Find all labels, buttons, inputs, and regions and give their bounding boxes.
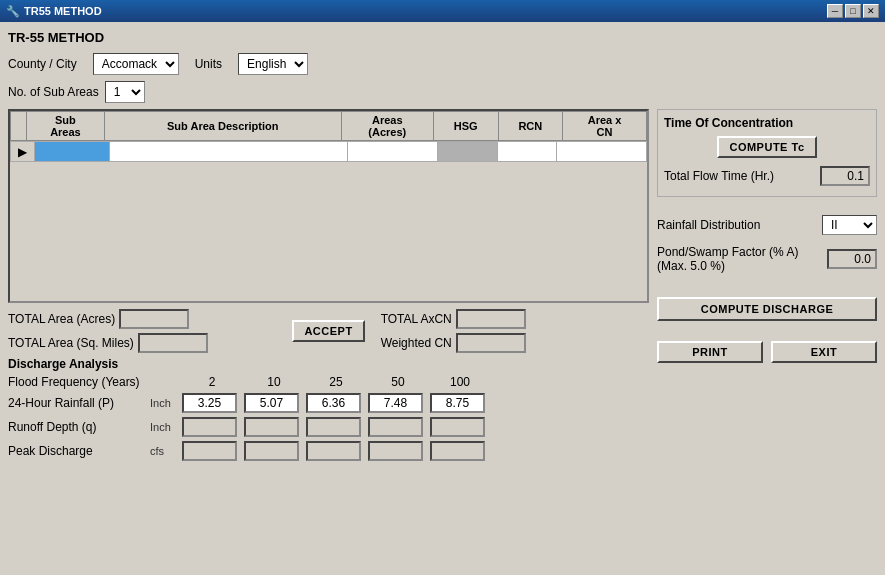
rainfall-2-input[interactable] xyxy=(182,393,237,413)
freq-25: 25 xyxy=(306,375,366,389)
no-sub-areas-select[interactable]: 1 xyxy=(105,81,145,103)
title-bar-left: 🔧 TR55 METHOD xyxy=(6,5,102,18)
total-area-acres-input[interactable] xyxy=(119,309,189,329)
peak-unit: cfs xyxy=(150,445,180,457)
spacer3 xyxy=(657,327,877,335)
data-table-container: SubAreas Sub Area Description Areas(Acre… xyxy=(8,109,649,303)
freq-2: 2 xyxy=(182,375,242,389)
weighted-cn-group: Weighted CN xyxy=(381,333,649,353)
runoff-50-input[interactable] xyxy=(368,417,423,437)
right-bottom-fields: TOTAL AxCN Weighted CN xyxy=(381,309,649,353)
col-hsg: HSG xyxy=(433,112,498,141)
runoff-2-input[interactable] xyxy=(182,417,237,437)
rainfall-distribution-row: Rainfall Distribution II xyxy=(657,215,877,235)
peak-100-input[interactable] xyxy=(430,441,485,461)
compute-discharge-group: COMPUTE DISCHARGE xyxy=(657,297,877,321)
title-bar: 🔧 TR55 METHOD ─ □ ✕ xyxy=(0,0,885,22)
runoff-row: Runoff Depth (q) Inch xyxy=(8,417,649,437)
data-table: SubAreas Sub Area Description Areas(Acre… xyxy=(10,111,647,141)
runoff-label: Runoff Depth (q) xyxy=(8,420,148,434)
rainfall-100-input[interactable] xyxy=(430,393,485,413)
runoff-10-input[interactable] xyxy=(244,417,299,437)
peak-10-input[interactable] xyxy=(244,441,299,461)
county-select[interactable]: Accomack xyxy=(93,53,179,75)
col-indicator xyxy=(11,112,27,141)
total-area-miles-input[interactable] xyxy=(138,333,208,353)
accept-button[interactable]: ACCEPT xyxy=(292,320,364,342)
units-select[interactable]: English xyxy=(238,53,308,75)
total-axcn-label: TOTAL AxCN xyxy=(381,312,452,326)
print-button[interactable]: PRINT xyxy=(657,341,763,363)
total-area-miles-label: TOTAL Area (Sq. Miles) xyxy=(8,336,134,350)
discharge-analysis-section: Discharge Analysis Flood Frequency (Year… xyxy=(8,357,649,461)
rainfall-row: 24-Hour Rainfall (P) Inch xyxy=(8,393,649,413)
close-button[interactable]: ✕ xyxy=(863,4,879,18)
col-areas: Areas(Acres) xyxy=(341,112,433,141)
flood-freq-label: Flood Frequency (Years) xyxy=(8,375,148,389)
print-exit-row: PRINT EXIT xyxy=(657,341,877,363)
table-row[interactable]: ▶ xyxy=(11,142,647,162)
peak-2-input[interactable] xyxy=(182,441,237,461)
freq-50: 50 xyxy=(368,375,428,389)
rainfall-dist-select[interactable]: II xyxy=(822,215,877,235)
maximize-button[interactable]: □ xyxy=(845,4,861,18)
minimize-button[interactable]: ─ xyxy=(827,4,843,18)
rainfall-25-input[interactable] xyxy=(306,393,361,413)
peak-25-input[interactable] xyxy=(306,441,361,461)
right-panel: Time Of Concentration COMPUTE Tc Total F… xyxy=(657,109,877,461)
total-flow-input[interactable] xyxy=(820,166,870,186)
runoff-25-input[interactable] xyxy=(306,417,361,437)
flood-freq-row: Flood Frequency (Years) 2 10 25 50 100 xyxy=(8,375,649,389)
cell-description[interactable] xyxy=(109,142,348,162)
compute-discharge-button[interactable]: COMPUTE DISCHARGE xyxy=(657,297,877,321)
pond-group: Pond/Swamp Factor (% A) (Max. 5.0 %) xyxy=(657,245,877,277)
cell-rcn[interactable] xyxy=(497,142,557,162)
peak-label: Peak Discharge xyxy=(8,444,148,458)
runoff-100-input[interactable] xyxy=(430,417,485,437)
rainfall-50-input[interactable] xyxy=(368,393,423,413)
weighted-cn-label: Weighted CN xyxy=(381,336,452,350)
units-label: Units xyxy=(195,57,222,71)
total-flow-label: Total Flow Time (Hr.) xyxy=(664,169,774,183)
table-body: ▶ xyxy=(10,141,647,301)
exit-button[interactable]: EXIT xyxy=(771,341,877,363)
total-area-miles-group: TOTAL Area (Sq. Miles) xyxy=(8,333,276,353)
freq-100: 100 xyxy=(430,375,490,389)
col-sub-areas: SubAreas xyxy=(27,112,105,141)
pond-label-group: Pond/Swamp Factor (% A) (Max. 5.0 %) xyxy=(657,245,798,273)
pond-input[interactable] xyxy=(827,249,877,269)
total-axcn-input[interactable] xyxy=(456,309,526,329)
window-title: TR-55 METHOD xyxy=(8,30,877,45)
total-area-acres-label: TOTAL Area (Acres) xyxy=(8,312,115,326)
row-indicator: ▶ xyxy=(11,142,35,162)
cell-areas[interactable] xyxy=(348,142,438,162)
weighted-cn-input[interactable] xyxy=(456,333,526,353)
no-sub-areas-row: No. of Sub Areas 1 xyxy=(8,81,877,103)
rainfall-dist-label: Rainfall Distribution xyxy=(657,218,760,232)
col-rcn: RCN xyxy=(498,112,563,141)
pond-label: Pond/Swamp Factor (% A) xyxy=(657,245,798,259)
total-axcn-group: TOTAL AxCN xyxy=(381,309,649,329)
left-panel: SubAreas Sub Area Description Areas(Acre… xyxy=(8,109,649,461)
peak-50-input[interactable] xyxy=(368,441,423,461)
cell-sub-area[interactable] xyxy=(34,142,109,162)
app-icon: 🔧 xyxy=(6,5,20,18)
rainfall-10-input[interactable] xyxy=(244,393,299,413)
freq-10: 10 xyxy=(244,375,304,389)
bottom-fields-row: TOTAL Area (Acres) TOTAL Area (Sq. Miles… xyxy=(8,309,649,353)
compute-tc-button[interactable]: COMPUTE Tc xyxy=(717,136,816,158)
accept-btn-group: ACCEPT xyxy=(292,309,364,353)
col-description: Sub Area Description xyxy=(104,112,341,141)
data-table-body: ▶ xyxy=(10,141,647,301)
county-label: County / City xyxy=(8,57,77,71)
left-bottom-fields: TOTAL Area (Acres) TOTAL Area (Sq. Miles… xyxy=(8,309,276,353)
cell-hsg[interactable] xyxy=(437,142,497,162)
cell-area-cn[interactable] xyxy=(557,142,647,162)
total-area-acres-group: TOTAL Area (Acres) xyxy=(8,309,276,329)
pond-field-row: Pond/Swamp Factor (% A) (Max. 5.0 %) xyxy=(657,245,877,273)
pond-sub-label: (Max. 5.0 %) xyxy=(657,259,798,273)
spacer1 xyxy=(657,203,877,209)
runoff-unit: Inch xyxy=(150,421,180,433)
top-row: County / City Accomack Units English xyxy=(8,53,877,75)
title-bar-controls: ─ □ ✕ xyxy=(827,4,879,18)
